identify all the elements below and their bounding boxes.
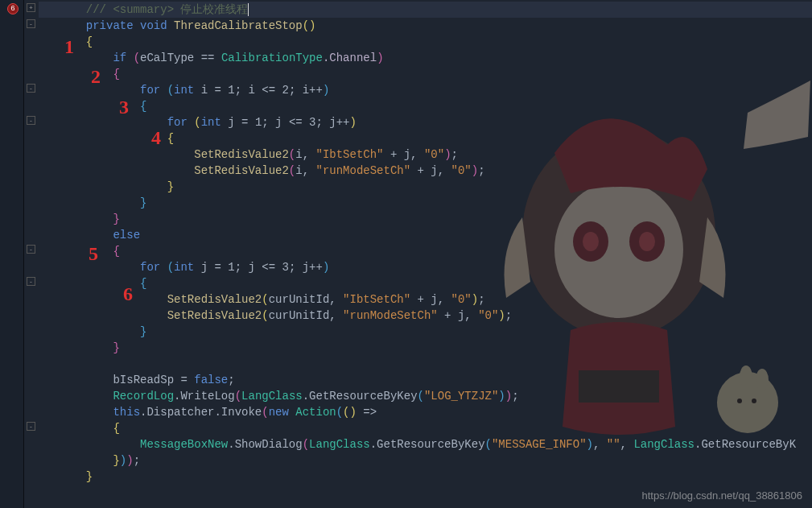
code-line[interactable]: SetRedisValue2(i, "runModeSetCh" + j, "0… [39, 163, 812, 179]
code-line[interactable]: if (eCalType == CalibrationType.Channel) [39, 50, 812, 66]
code-line[interactable]: private void ThreadCalibrateStop() [39, 18, 812, 34]
fold-icon[interactable]: - [27, 245, 35, 254]
code-line[interactable]: SetRedisValue2(i, "IbtSetCh" + j, "0"); [39, 147, 812, 163]
code-line[interactable] [39, 356, 812, 372]
code-line[interactable]: { [39, 275, 812, 291]
code-line[interactable]: { [39, 420, 812, 436]
code-line[interactable]: RecordLog.WriteLog(LangClass.GetResource… [39, 388, 812, 404]
fold-column: + - - - - - - [24, 0, 39, 508]
code-line[interactable]: for (int j = 1; j <= 3; j++) [39, 114, 812, 130]
code-line[interactable]: } [39, 469, 812, 485]
code-line[interactable]: } [39, 179, 812, 195]
code-line[interactable]: /// <summary> 停止校准线程 [39, 2, 812, 18]
code-editor: 6 + - - - - - - 1 2 3 4 5 6 /// <summary… [0, 0, 812, 508]
code-line[interactable]: { [39, 34, 812, 50]
code-line[interactable]: { [39, 243, 812, 259]
code-line[interactable]: MessageBoxNew.ShowDialog(LangClass.GetRe… [39, 436, 812, 452]
watermark: https://blog.csdn.net/qq_38861806 [642, 489, 803, 502]
code-line[interactable]: this.Dispatcher.Invoke(new Action(() => [39, 404, 812, 420]
code-line[interactable]: for (int j = 1; j <= 3; j++) [39, 259, 812, 275]
breakpoint-count: 6 [10, 5, 14, 13]
fold-icon[interactable]: - [27, 422, 35, 431]
comment-text: /// <summary> 停止校准线程 [86, 3, 249, 16]
code-line[interactable]: SetRedisValue2(curUnitId, "IbtSetCh" + j… [39, 291, 812, 308]
fold-icon[interactable]: + [27, 3, 35, 12]
code-line[interactable]: { [39, 130, 812, 147]
code-line[interactable]: })); [39, 452, 812, 469]
code-line[interactable]: for (int i = 1; i <= 2; i++) [39, 82, 812, 98]
code-line[interactable]: } [39, 211, 812, 227]
fold-icon[interactable]: - [27, 277, 35, 286]
fold-icon[interactable]: - [27, 84, 35, 93]
code-line[interactable]: } [39, 324, 812, 340]
code-line[interactable]: else [39, 227, 812, 243]
fold-icon[interactable]: - [27, 116, 35, 125]
code-line[interactable]: } [39, 195, 812, 211]
code-line[interactable]: } [39, 340, 812, 356]
code-line[interactable]: SetRedisValue2(curUnitId, "runModeSetCh"… [39, 308, 812, 324]
code-line[interactable]: { [39, 66, 812, 82]
code-line[interactable]: { [39, 98, 812, 114]
gutter: 6 [0, 0, 24, 508]
code-line[interactable]: bIsReadSp = false; [39, 372, 812, 388]
fold-icon[interactable]: - [27, 19, 35, 28]
breakpoint-marker[interactable]: 6 [7, 3, 19, 14]
code-area[interactable]: 1 2 3 4 5 6 /// <summary> 停止校准线程 private… [39, 0, 812, 508]
